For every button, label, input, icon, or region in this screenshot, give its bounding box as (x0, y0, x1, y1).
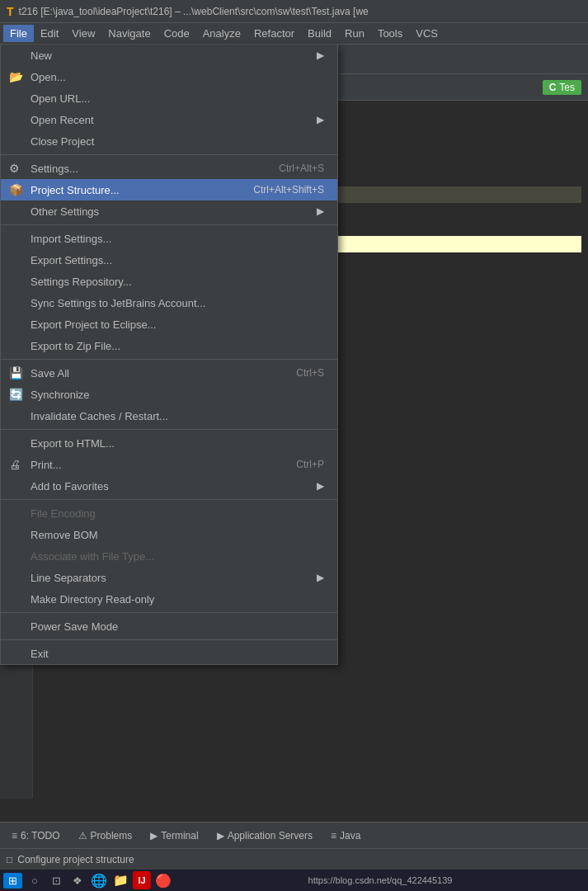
menu-vcs[interactable]: VCS (409, 25, 445, 42)
open-label: Open... (31, 71, 66, 83)
menu-run[interactable]: Run (338, 25, 371, 42)
status-tab-java[interactable]: ≡ Java (322, 827, 369, 845)
open-recent-arrow: ▶ (317, 114, 324, 125)
project-structure-shortcut: Ctrl+Alt+Shift+S (253, 184, 324, 196)
settings-icon: ⚙ (9, 162, 20, 175)
menu-item-remove-bom[interactable]: Remove BOM (1, 524, 337, 545)
new-arrow: ▶ (317, 50, 324, 61)
separator-5 (1, 499, 337, 500)
status-tab-problems[interactable]: ⚠ Problems (70, 827, 141, 845)
menu-item-invalidate-caches[interactable]: Invalidate Caches / Restart... (1, 405, 337, 427)
menu-analyze[interactable]: Analyze (196, 25, 247, 42)
menu-item-add-favorites[interactable]: Add to Favorites ▶ (1, 475, 337, 497)
configure-bar[interactable]: □ Configure project structure (0, 848, 588, 870)
other-settings-label: Other Settings (31, 205, 99, 218)
tab-icon: C (549, 82, 557, 93)
configure-icon: □ (7, 854, 12, 865)
menu-item-line-separators[interactable]: Line Separators ▶ (1, 567, 337, 588)
line-separators-label: Line Separators (31, 572, 106, 584)
menu-edit[interactable]: Edit (34, 25, 65, 42)
menu-item-settings[interactable]: ⚙ Settings... Ctrl+Alt+S (1, 158, 337, 179)
problems-label: Problems (91, 830, 133, 842)
taskbar: ⊞ ○ ⊡ ❖ 🌐 📁 IJ 🔴 https://blog.csdn.net/q… (0, 870, 588, 891)
menu-navigate[interactable]: Navigate (101, 25, 157, 42)
menu-build[interactable]: Build (301, 25, 338, 42)
menu-item-close-project[interactable]: Close Project (1, 130, 337, 152)
taskbar-browser[interactable]: 🌐 (90, 871, 108, 889)
menu-bar: File Edit View Navigate Code Analyze Ref… (0, 23, 588, 45)
taskbar-intellij[interactable]: IJ (133, 871, 151, 889)
status-tab-todo[interactable]: ≡ 6: TODO (3, 827, 68, 845)
sync-icon: 🔄 (9, 388, 23, 401)
exit-label: Exit (31, 648, 49, 660)
menu-item-open-url[interactable]: Open URL... (1, 87, 337, 109)
menu-file[interactable]: File (3, 25, 34, 42)
start-button[interactable]: ⊞ (3, 873, 22, 889)
add-favorites-label: Add to Favorites (31, 480, 109, 493)
tab-label: Tes (559, 82, 575, 93)
separator-6 (1, 612, 337, 613)
menu-item-sync-settings[interactable]: Sync Settings to JetBrains Account... (1, 292, 337, 314)
menu-item-print[interactable]: 🖨 Print... Ctrl+P (1, 454, 337, 475)
menu-item-make-read-only[interactable]: Make Directory Read-only (1, 588, 337, 610)
java-label: Java (340, 830, 360, 842)
export-eclipse-label: Export Project to Eclipse... (31, 318, 156, 331)
menu-refactor[interactable]: Refactor (247, 25, 301, 42)
tab-test[interactable]: C Tes (543, 80, 581, 95)
menu-item-save-all[interactable]: 💾 Save All Ctrl+S (1, 362, 337, 384)
power-save-label: Power Save Mode (31, 620, 118, 633)
status-tab-terminal[interactable]: ▶ Terminal (142, 827, 206, 845)
menu-tools[interactable]: Tools (371, 25, 409, 42)
open-icon: 📂 (9, 70, 23, 83)
taskbar-red-icon[interactable]: 🔴 (154, 871, 172, 889)
menu-item-other-settings[interactable]: Other Settings ▶ (1, 200, 337, 222)
save-all-label: Save All (31, 367, 69, 380)
open-url-label: Open URL... (31, 92, 90, 105)
menu-item-settings-repo[interactable]: Settings Repository... (1, 271, 337, 292)
settings-repo-label: Settings Repository... (31, 276, 132, 288)
menu-item-new[interactable]: New ▶ (1, 45, 337, 66)
settings-shortcut: Ctrl+Alt+S (279, 163, 324, 174)
menu-item-open[interactable]: 📂 Open... (1, 66, 337, 87)
new-label: New (31, 50, 52, 62)
menu-view[interactable]: View (65, 25, 101, 42)
menu-item-export-eclipse[interactable]: Export Project to Eclipse... (1, 314, 337, 335)
remove-bom-label: Remove BOM (31, 529, 98, 541)
configure-label: Configure project structure (17, 854, 134, 865)
taskbar-explorer[interactable]: 📁 (111, 871, 129, 889)
taskbar-search[interactable]: ○ (26, 871, 44, 889)
menu-item-synchronize[interactable]: 🔄 Synchronize (1, 384, 337, 405)
settings-label: Settings... (31, 163, 78, 175)
menu-item-exit[interactable]: Exit (1, 643, 337, 664)
separator-1 (1, 154, 337, 155)
terminal-label: Terminal (161, 830, 198, 842)
menu-item-power-save[interactable]: Power Save Mode (1, 615, 337, 637)
todo-icon: ≡ (12, 830, 17, 842)
menu-item-project-structure[interactable]: 📦 Project Structure... Ctrl+Alt+Shift+S (1, 179, 337, 200)
separator-3 (1, 359, 337, 360)
separator-4 (1, 429, 337, 430)
menu-item-import-settings[interactable]: Import Settings... (1, 228, 337, 249)
close-project-label: Close Project (31, 135, 94, 148)
menu-item-open-recent[interactable]: Open Recent ▶ (1, 109, 337, 130)
status-tab-app-servers[interactable]: ▶ Application Servers (209, 827, 321, 845)
menu-code[interactable]: Code (158, 25, 196, 42)
open-recent-label: Open Recent (31, 114, 94, 126)
menu-item-export-zip[interactable]: Export to Zip File... (1, 335, 337, 356)
separator-2 (1, 224, 337, 225)
export-settings-label: Export Settings... (31, 254, 112, 266)
window-title: t216 [E:\java_tool\ideaProject\t216] – .… (19, 6, 369, 17)
print-icon: 🖨 (9, 458, 21, 471)
title-bar: T t216 [E:\java_tool\ideaProject\t216] –… (0, 0, 588, 23)
project-structure-icon: 📦 (9, 183, 23, 196)
problems-icon: ⚠ (78, 830, 87, 842)
taskbar-task-view[interactable]: ⊡ (47, 871, 65, 889)
export-zip-label: Export to Zip File... (31, 340, 120, 352)
app-servers-label: Application Servers (228, 830, 313, 842)
print-label: Print... (31, 459, 62, 471)
make-read-only-label: Make Directory Read-only (31, 593, 154, 606)
import-settings-label: Import Settings... (31, 233, 111, 245)
taskbar-item-1[interactable]: ❖ (68, 871, 87, 889)
menu-item-export-html[interactable]: Export to HTML... (1, 432, 337, 454)
menu-item-export-settings[interactable]: Export Settings... (1, 249, 337, 271)
